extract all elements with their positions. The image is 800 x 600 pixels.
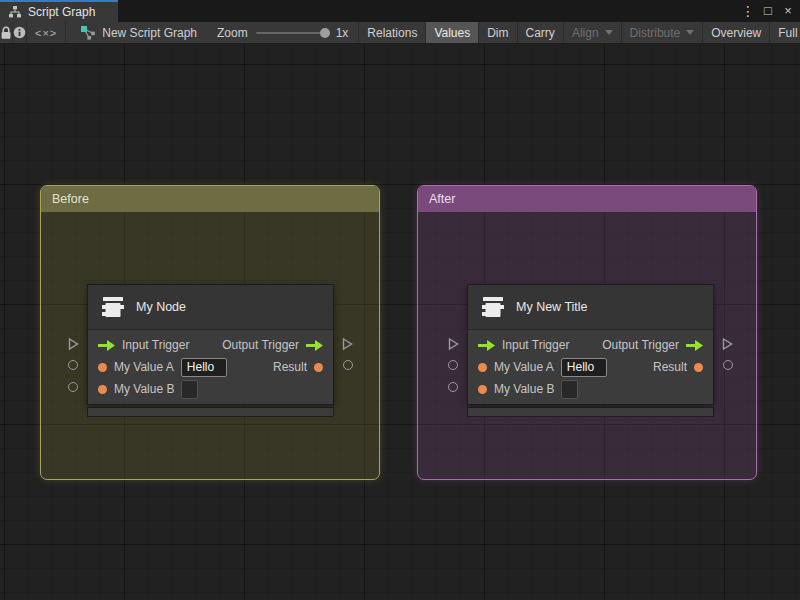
external-value-port-circle-icon[interactable]	[723, 360, 733, 370]
port-label: Input Trigger	[122, 338, 189, 352]
value-port-dot-icon[interactable]	[478, 385, 487, 394]
value-a-input[interactable]	[561, 358, 607, 377]
port-label: Result	[273, 360, 307, 374]
port-label: Output Trigger	[222, 338, 299, 352]
group-title: After	[429, 192, 455, 206]
external-flow-port-triangle-icon[interactable]	[342, 337, 353, 351]
port-label: My Value B	[114, 382, 174, 396]
port-row-value-b: My Value B	[468, 378, 713, 400]
port-label: Result	[653, 360, 687, 374]
node-title: My Node	[136, 300, 186, 314]
external-flow-port-triangle-icon[interactable]	[68, 337, 79, 351]
external-value-port-circle-icon[interactable]	[68, 360, 78, 370]
group-header[interactable]: After	[418, 186, 756, 212]
port-row-trigger: Input Trigger Output Trigger	[88, 334, 333, 356]
external-value-port-circle-icon[interactable]	[448, 382, 458, 392]
value-port-dot-icon[interactable]	[98, 363, 107, 372]
node-footer	[467, 407, 714, 417]
lock-icon	[0, 26, 12, 40]
fullscreen-button[interactable]: Full Screen	[769, 22, 800, 43]
graph-canvas[interactable]: Before My Nod	[0, 44, 800, 600]
script-graph-window: Script Graph ⋮ □ ×	[0, 0, 800, 600]
unit-node-icon	[480, 294, 506, 320]
group-header[interactable]: Before	[41, 186, 379, 212]
port-label: My Value A	[114, 360, 174, 374]
external-flow-port-triangle-icon[interactable]	[448, 337, 459, 351]
window-controls: ⋮ □ ×	[740, 0, 800, 22]
port-label: My Value B	[494, 382, 554, 396]
code-brackets-icon: <×>	[35, 27, 57, 39]
port-row-value-a: My Value A Result	[88, 356, 333, 378]
align-dropdown[interactable]: Align	[563, 22, 621, 43]
value-b-input[interactable]	[561, 380, 578, 399]
port-row-trigger: Input Trigger Output Trigger	[468, 334, 713, 356]
port-label: My Value A	[494, 360, 554, 374]
chevron-down-icon	[605, 30, 613, 35]
zoom-slider-handle[interactable]	[320, 28, 330, 38]
flow-input-arrow-icon[interactable]	[98, 340, 115, 351]
port-row-value-b: My Value B	[88, 378, 333, 400]
group-title: Before	[52, 192, 89, 206]
node-body: Input Trigger Output Trigger	[88, 330, 333, 404]
zoom-control: Zoom 1x	[207, 22, 358, 43]
node-my-node[interactable]: My Node Input Trigger Output Trigge	[87, 284, 334, 417]
toolbar: <×> New Script Graph Zoom 1x	[0, 22, 800, 44]
external-value-port-circle-icon[interactable]	[343, 360, 353, 370]
group-before[interactable]: Before My Nod	[40, 185, 380, 480]
value-b-input[interactable]	[181, 380, 198, 399]
graph-hierarchy-icon	[8, 6, 22, 18]
values-button[interactable]: Values	[425, 22, 478, 43]
zoom-label: Zoom	[217, 26, 248, 40]
node-header[interactable]: My Node	[88, 285, 333, 330]
port-label: Output Trigger	[602, 338, 679, 352]
value-a-input[interactable]	[181, 358, 227, 377]
flow-input-arrow-icon[interactable]	[478, 340, 495, 351]
zoom-slider[interactable]	[256, 32, 328, 34]
relations-button[interactable]: Relations	[358, 22, 425, 43]
graph-name-label: New Script Graph	[102, 26, 197, 40]
external-value-port-circle-icon[interactable]	[68, 382, 78, 392]
carry-button[interactable]: Carry	[517, 22, 563, 43]
port-row-value-a: My Value A Result	[468, 356, 713, 378]
tab-bar: Script Graph ⋮ □ ×	[0, 0, 800, 22]
graph-breadcrumb[interactable]: New Script Graph	[66, 22, 207, 43]
flow-output-arrow-icon[interactable]	[686, 340, 703, 351]
node-body: Input Trigger Output Trigger	[468, 330, 713, 404]
overview-button[interactable]: Overview	[702, 22, 769, 43]
node-footer	[87, 407, 334, 417]
external-flow-port-triangle-icon[interactable]	[722, 337, 733, 351]
info-icon	[13, 26, 26, 39]
node-title: My New Title	[516, 300, 588, 314]
external-value-port-circle-icon[interactable]	[448, 360, 458, 370]
value-port-dot-icon[interactable]	[98, 385, 107, 394]
chevron-down-icon	[686, 30, 694, 35]
value-port-dot-icon[interactable]	[478, 363, 487, 372]
port-label: Input Trigger	[502, 338, 569, 352]
tab-title: Script Graph	[28, 5, 95, 19]
distribute-dropdown[interactable]: Distribute	[621, 22, 703, 43]
value-port-dot-icon[interactable]	[314, 363, 323, 372]
node-my-new-title[interactable]: My New Title Input Trigger Output T	[467, 284, 714, 417]
close-icon[interactable]: ×	[780, 1, 796, 21]
preview-code-button[interactable]: <×>	[27, 22, 66, 43]
zoom-value: 1x	[336, 26, 349, 40]
flow-output-arrow-icon[interactable]	[306, 340, 323, 351]
value-port-dot-icon[interactable]	[694, 363, 703, 372]
dim-button[interactable]: Dim	[478, 22, 516, 43]
lock-button[interactable]	[0, 22, 13, 43]
window-menu-icon[interactable]: ⋮	[740, 1, 756, 21]
maximize-icon[interactable]: □	[760, 1, 776, 21]
unit-node-icon	[100, 294, 126, 320]
group-after[interactable]: After My New	[417, 185, 757, 480]
node-header[interactable]: My New Title	[468, 285, 713, 330]
toolbar-toggles: Relations Values Dim Carry Align Distrib…	[358, 22, 800, 43]
inspector-button[interactable]	[13, 22, 27, 43]
tab-script-graph[interactable]: Script Graph	[0, 0, 118, 22]
script-graph-icon	[80, 25, 96, 40]
